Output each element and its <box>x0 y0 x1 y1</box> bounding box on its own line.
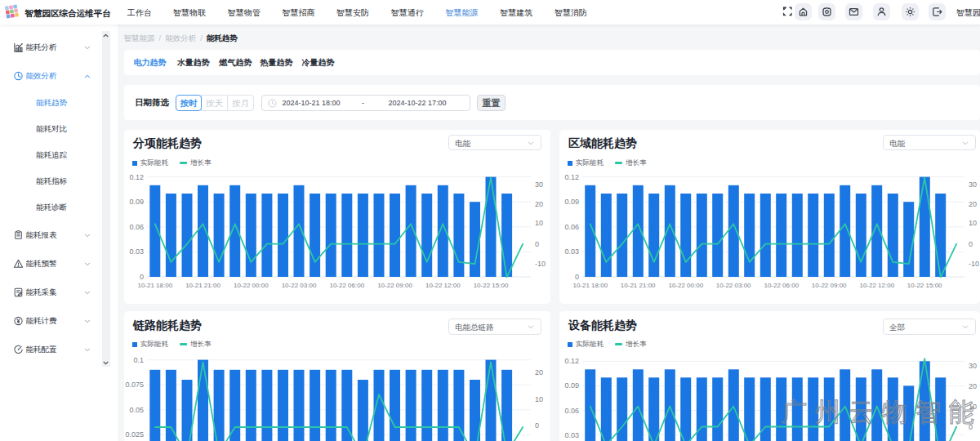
svg-text:20: 20 <box>969 200 977 208</box>
svg-text:10: 10 <box>969 219 977 227</box>
svg-text:30: 30 <box>969 180 977 189</box>
svg-text:10-22 06:00: 10-22 06:00 <box>764 282 799 289</box>
svg-text:10-22 15:00: 10-22 15:00 <box>907 282 942 289</box>
svg-text:0.03: 0.03 <box>564 431 579 439</box>
svg-text:0.12: 0.12 <box>564 357 579 365</box>
svg-text:0.1: 0.1 <box>133 356 144 364</box>
svg-text:10-21 18:00: 10-21 18:00 <box>137 282 172 289</box>
svg-text:0.03: 0.03 <box>564 247 579 256</box>
svg-text:10-22 09:00: 10-22 09:00 <box>377 282 412 289</box>
svg-text:30: 30 <box>969 362 977 370</box>
svg-text:10-22 00:00: 10-22 00:00 <box>668 282 703 289</box>
svg-text:0.06: 0.06 <box>564 223 579 231</box>
svg-text:0.06: 0.06 <box>129 223 144 231</box>
svg-text:0: 0 <box>140 273 144 281</box>
svg-text:0.05: 0.05 <box>129 406 144 414</box>
svg-text:0.09: 0.09 <box>129 198 144 206</box>
svg-text:0: 0 <box>535 240 539 248</box>
svg-text:10-22 03:00: 10-22 03:00 <box>716 282 751 289</box>
svg-text:20: 20 <box>535 200 543 208</box>
svg-text:10-22 03:00: 10-22 03:00 <box>282 282 317 289</box>
svg-text:10-21 21:00: 10-21 21:00 <box>185 282 220 289</box>
svg-text:0.09: 0.09 <box>564 198 579 206</box>
svg-text:20: 20 <box>969 382 977 390</box>
svg-text:10-22 12:00: 10-22 12:00 <box>425 282 461 289</box>
svg-text:0.06: 0.06 <box>564 407 579 415</box>
svg-text:0.12: 0.12 <box>564 173 579 181</box>
svg-text:10: 10 <box>535 395 543 403</box>
svg-text:10-22 12:00: 10-22 12:00 <box>859 282 894 289</box>
svg-text:0.09: 0.09 <box>564 381 579 390</box>
svg-text:10-21 18:00: 10-21 18:00 <box>572 282 608 289</box>
svg-text:10-22 00:00: 10-22 00:00 <box>234 282 269 289</box>
svg-text:0: 0 <box>575 273 579 281</box>
svg-text:0: 0 <box>969 240 973 248</box>
svg-text:10: 10 <box>535 219 543 227</box>
svg-text:-10: -10 <box>535 260 546 268</box>
svg-text:10-22 06:00: 10-22 06:00 <box>329 282 364 289</box>
svg-text:10-21 21:00: 10-21 21:00 <box>621 282 656 289</box>
svg-text:0.025: 0.025 <box>125 430 144 439</box>
svg-text:30: 30 <box>535 180 543 189</box>
svg-text:20: 20 <box>535 368 543 376</box>
svg-text:10-22 15:00: 10-22 15:00 <box>474 282 509 289</box>
svg-text:0.12: 0.12 <box>129 173 144 181</box>
svg-text:0.03: 0.03 <box>129 247 144 256</box>
svg-text:0.075: 0.075 <box>125 381 144 389</box>
svg-text:0: 0 <box>535 421 539 430</box>
svg-text:10-22 09:00: 10-22 09:00 <box>812 282 847 289</box>
svg-text:-10: -10 <box>969 260 979 268</box>
